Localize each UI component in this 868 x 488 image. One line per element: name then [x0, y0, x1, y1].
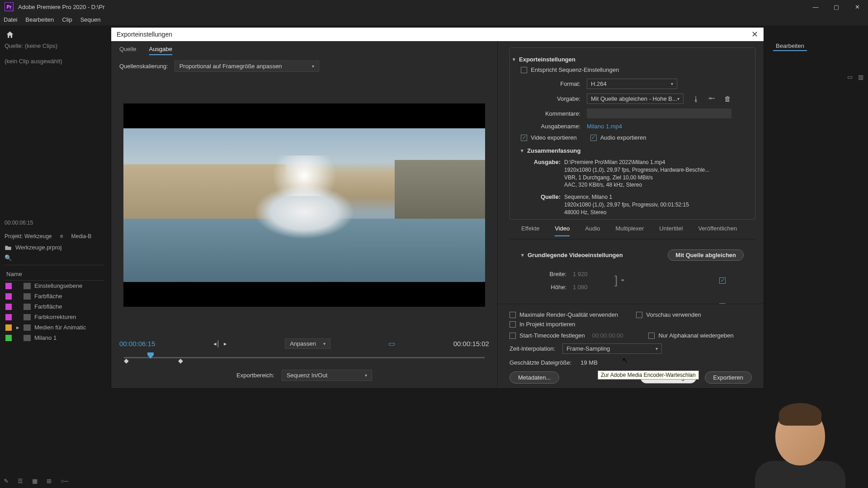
chevron-down-icon: ▾ — [677, 96, 679, 101]
panel-menu-icon[interactable]: ≡ — [60, 233, 63, 239]
timecode-in[interactable]: 00:00:06:15 — [119, 340, 155, 347]
alpha-only-label: Nur Alphakanal wiedergeben — [658, 332, 733, 339]
match-sequence-checkbox[interactable] — [521, 67, 527, 73]
pen-tool-icon[interactable]: ✎ — [4, 478, 9, 484]
list-item[interactable]: ▸Medien für Animatic — [5, 322, 104, 333]
tab-captions[interactable]: Untertitel — [659, 225, 683, 236]
aspect-ratio-icon[interactable]: ▭ — [388, 339, 395, 348]
chevron-down-icon[interactable]: ▾ — [513, 56, 515, 62]
zoom-slider-icon[interactable]: ○─ — [61, 478, 68, 484]
column-header-name[interactable]: Name — [5, 268, 104, 281]
import-preset-icon[interactable]: ⭰ — [708, 95, 715, 103]
summary-output-text: D:\Premiere Pro\Milan 2022\Milano 1.mp4 … — [564, 159, 752, 189]
tab-multiplexer[interactable]: Multiplexer — [616, 225, 644, 236]
bin-icon — [5, 244, 12, 251]
list-view-icon[interactable]: ☰ — [18, 478, 23, 484]
freeform-view-icon[interactable]: ⊞ — [47, 478, 52, 484]
delete-preset-icon[interactable]: 🗑 — [724, 95, 731, 103]
folder-icon[interactable]: ▭ — [847, 74, 853, 80]
dimensions-lock-checkbox[interactable] — [719, 277, 726, 284]
asset-type-icon — [24, 293, 31, 300]
search-icon[interactable]: 🔍 — [5, 254, 12, 261]
format-dropdown[interactable]: H.264 ▾ — [587, 79, 677, 89]
source-panel-tab[interactable]: Quelle: (keine Clips) — [5, 42, 57, 49]
save-preset-icon[interactable]: ⭳ — [693, 95, 699, 103]
tab-effects[interactable]: Effekte — [521, 225, 539, 236]
estimated-size-value: 19 MB — [580, 359, 598, 366]
label-color-chip — [5, 335, 12, 341]
step-back-icon[interactable]: ◂│ — [213, 340, 220, 347]
tab-audio[interactable]: Audio — [585, 225, 600, 236]
icon-view-icon[interactable]: ▦ — [32, 478, 38, 484]
chevron-down-icon[interactable]: ▾ — [521, 148, 524, 154]
menu-bar: Datei Bearbeiten Clip Sequen — [0, 14, 868, 25]
export-settings-dialog: Exporteinstellungen ✕ Quelle Ausgabe Que… — [111, 27, 764, 389]
time-interpolation-dropdown[interactable]: Frame-Sampling ▾ — [562, 343, 662, 354]
alpha-only-checkbox[interactable] — [648, 333, 655, 339]
preset-dropdown[interactable]: Mit Quelle abgleichen - Hohe B... ▾ — [587, 94, 684, 104]
output-name-link[interactable]: Milano 1.mp4 — [587, 123, 622, 130]
bearbeiten-tab[interactable]: Bearbeiten — [773, 42, 807, 51]
summary-output-label: Ausgabe: — [529, 159, 561, 189]
titlebar: Pr Adobe Premiere Pro 2020 - D:\Pr — ▢ ✕ — [0, 0, 868, 14]
import-into-project-checkbox[interactable] — [509, 321, 516, 328]
basic-video-settings-header: Grundlegende Videoeinstellungen — [528, 252, 623, 258]
match-source-button[interactable]: Mit Quelle abgleichen — [668, 249, 744, 261]
menu-datei[interactable]: Datei — [4, 16, 17, 23]
tab-publish[interactable]: Veröffentlichen — [698, 225, 737, 236]
media-browser-tab[interactable]: Media-B — [71, 233, 92, 239]
close-window-icon[interactable]: ✕ — [853, 3, 861, 11]
queue-tooltip: Zur Adobe Media Encoder-Warteschlan — [598, 371, 699, 380]
height-value[interactable]: 1 080 — [573, 284, 595, 291]
list-item[interactable]: Milano 1 — [5, 333, 104, 343]
scrubber[interactable]: ◆ ◆ — [124, 352, 485, 363]
asset-type-icon — [24, 304, 31, 310]
out-point-icon[interactable]: ◆ — [178, 357, 183, 364]
list-item[interactable]: Farbfläche — [5, 301, 104, 312]
width-value[interactable]: 1 920 — [573, 271, 595, 277]
export-video-label: Video exportieren — [531, 134, 577, 141]
comments-input[interactable] — [587, 108, 731, 118]
source-scaling-dropdown[interactable]: Proportional auf Framegröße anpassen ▾ — [175, 61, 319, 72]
list-item[interactable]: Einstellungsebene — [5, 281, 104, 291]
max-render-quality-checkbox[interactable] — [509, 312, 516, 318]
close-icon[interactable]: ✕ — [751, 29, 758, 39]
project-tab[interactable]: Projekt: Werkzeuge — [5, 233, 52, 239]
app-icon: Pr — [5, 2, 14, 11]
export-button[interactable]: Exportieren — [705, 371, 752, 384]
fit-dropdown[interactable]: Anpassen ▾ — [285, 338, 330, 349]
expand-arrow-icon[interactable]: ▸ — [15, 324, 20, 331]
tab-ausgabe[interactable]: Ausgabe — [149, 46, 172, 55]
mouse-cursor-icon: ↖ — [622, 356, 628, 365]
export-audio-checkbox[interactable] — [590, 135, 597, 141]
use-previews-checkbox[interactable] — [636, 312, 642, 318]
start-timecode-value[interactable]: 00:00:00:00 — [592, 332, 623, 339]
tab-quelle[interactable]: Quelle — [119, 46, 137, 55]
list-item[interactable]: Farbfläche — [5, 291, 104, 301]
asset-type-icon — [24, 314, 31, 320]
maximize-icon[interactable]: ▢ — [832, 3, 840, 11]
dimension-bracket-icon: ] — [614, 273, 618, 287]
asset-type-icon — [24, 335, 31, 341]
export-video-checkbox[interactable] — [521, 135, 527, 141]
minimize-icon[interactable]: — — [811, 3, 820, 11]
home-icon[interactable] — [5, 30, 14, 39]
menu-sequenz[interactable]: Sequen — [80, 16, 101, 23]
export-range-dropdown[interactable]: Sequenz In/Out ▾ — [282, 370, 372, 381]
project-panel: Projekt: Werkzeuge ≡ Media-B Werkzeuge.p… — [0, 229, 108, 488]
export-audio-label: Audio exportieren — [600, 134, 646, 141]
link-dimensions-icon[interactable]: ⚭ — [620, 277, 625, 284]
metadata-button[interactable]: Metadaten... — [509, 371, 559, 384]
chevron-down-icon[interactable]: ▾ — [521, 252, 524, 258]
menu-bearbeiten[interactable]: Bearbeiten — [25, 16, 54, 23]
panel-icon[interactable]: ▥ — [858, 74, 863, 80]
label-color-chip — [5, 283, 12, 289]
asset-name: Farbkorrekturen — [34, 314, 76, 320]
list-item[interactable]: Farbkorrekturen — [5, 312, 104, 322]
preview-area[interactable] — [123, 103, 485, 307]
in-point-icon[interactable]: ◆ — [124, 357, 129, 364]
tab-video[interactable]: Video — [555, 225, 570, 236]
play-icon[interactable]: ▸ — [224, 340, 227, 347]
menu-clip[interactable]: Clip — [62, 16, 72, 23]
set-start-timecode-checkbox[interactable] — [509, 333, 516, 339]
